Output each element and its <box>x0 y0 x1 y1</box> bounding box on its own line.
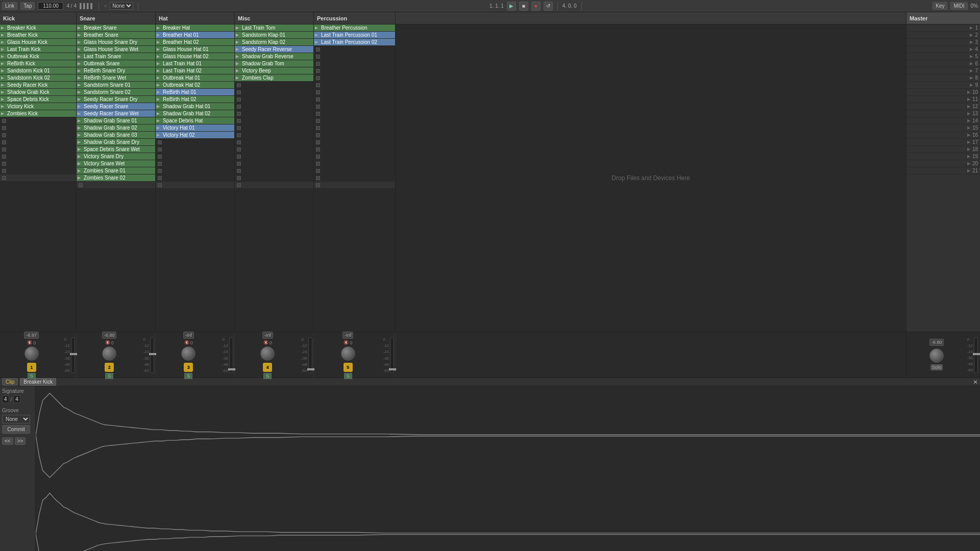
kick-fader[interactable] <box>71 337 75 373</box>
list-item[interactable]: ▶Last Train Kick <box>0 46 76 53</box>
list-item[interactable] <box>0 167 76 174</box>
drop-files-area[interactable]: Drop Files and Devices Here <box>396 24 906 332</box>
list-item[interactable]: ▶Sandstorm Snare 02 <box>77 89 155 96</box>
master-slot[interactable]: ▶13 <box>906 110 980 117</box>
list-item[interactable]: ▶Seedy Racer Snare <box>77 103 155 110</box>
misc-fader[interactable] <box>308 337 312 373</box>
list-item[interactable] <box>314 96 395 103</box>
list-item[interactable]: ▶ReBirth Hat 02 <box>156 96 234 103</box>
list-item[interactable] <box>156 139 234 146</box>
list-item[interactable] <box>235 182 313 189</box>
list-item[interactable]: ▶Breather Snare <box>77 32 155 39</box>
list-item[interactable]: ▶Sandstorm Kick 01 <box>0 67 76 74</box>
master-slot[interactable]: ▶16 <box>906 132 980 139</box>
list-item[interactable] <box>0 139 76 146</box>
list-item[interactable] <box>235 89 313 96</box>
list-item[interactable] <box>235 82 313 89</box>
list-item[interactable]: ▶ReBirth Snare Dry <box>77 67 155 74</box>
list-item[interactable] <box>314 132 395 139</box>
snare-pan-knob[interactable] <box>102 346 116 361</box>
list-item[interactable] <box>314 53 395 60</box>
hat-pan-knob[interactable] <box>181 346 195 361</box>
list-item[interactable] <box>156 160 234 167</box>
list-item[interactable] <box>156 182 234 189</box>
list-item[interactable]: ▶Zombies Clap <box>235 74 313 82</box>
master-slot[interactable]: ▶20 <box>906 160 980 167</box>
link-button[interactable]: Link <box>2 2 17 10</box>
list-item[interactable] <box>314 103 395 110</box>
list-item[interactable]: ▶Last Train Snare <box>77 53 155 60</box>
list-item[interactable]: ▶Outbreak Hat 02 <box>156 82 234 89</box>
list-item[interactable]: ▶Last Train Percussion 02 <box>314 39 395 46</box>
percussion-pan-knob[interactable] <box>341 346 355 361</box>
list-item[interactable]: ▶Victory Beep <box>235 67 313 74</box>
list-item[interactable]: ▶Shadow Grab Snare 02 <box>77 124 155 132</box>
sig-numerator[interactable]: 4 <box>2 395 9 403</box>
tap-button[interactable]: Tap <box>20 2 35 10</box>
list-item[interactable] <box>0 153 76 160</box>
hat-s-button[interactable]: S <box>184 373 192 379</box>
list-item[interactable] <box>0 174 76 182</box>
list-item[interactable] <box>156 146 234 153</box>
list-item[interactable]: ▶Sandstorm Klap 01 <box>235 32 313 39</box>
list-item[interactable] <box>314 60 395 67</box>
back-button[interactable]: << <box>2 437 13 445</box>
list-item[interactable] <box>235 124 313 132</box>
list-item[interactable] <box>314 182 395 189</box>
list-item[interactable]: ▶Zombies Snare 02 <box>77 174 155 182</box>
list-item[interactable] <box>235 110 313 117</box>
master-slot[interactable]: ▶4 <box>906 46 980 53</box>
snare-fader[interactable] <box>150 337 154 373</box>
list-item[interactable] <box>314 124 395 132</box>
list-item[interactable]: ▶Zombies Snare 01 <box>77 167 155 174</box>
list-item[interactable] <box>314 67 395 74</box>
list-item[interactable] <box>235 160 313 167</box>
list-item[interactable]: ▶Victory Snare Dry <box>77 153 155 160</box>
list-item[interactable]: ▶Outbreak Hat 01 <box>156 74 234 82</box>
master-slot[interactable]: ▶6 <box>906 60 980 67</box>
list-item[interactable] <box>314 139 395 146</box>
list-item[interactable]: ▶Glass House Hat 01 <box>156 46 234 53</box>
list-item[interactable]: ▶Outbreak Kick <box>0 53 76 60</box>
list-item[interactable]: ▶Shadow Grab Hat 02 <box>156 110 234 117</box>
waveform-display[interactable] <box>36 386 980 551</box>
list-item[interactable]: ▶Shadow Grab Hat 01 <box>156 103 234 110</box>
list-item[interactable] <box>314 160 395 167</box>
list-item[interactable] <box>235 146 313 153</box>
list-item[interactable]: ▶ReBirth Hat 01 <box>156 89 234 96</box>
list-item[interactable]: ▶Victory Kick <box>0 103 76 110</box>
list-item[interactable] <box>314 146 395 153</box>
master-slot[interactable]: ▶15 <box>906 124 980 132</box>
list-item[interactable]: ▶Breaker Hat <box>156 24 234 32</box>
list-item[interactable] <box>77 182 155 189</box>
master-slot[interactable]: ▶8 <box>906 74 980 82</box>
kick-pan-knob[interactable] <box>24 346 39 361</box>
master-slot[interactable]: ▶10 <box>906 89 980 96</box>
list-item[interactable] <box>0 132 76 139</box>
list-item[interactable]: ▶Glass House Hat 02 <box>156 53 234 60</box>
sig-denominator[interactable]: 4 <box>13 395 20 403</box>
percussion-s-button[interactable]: S <box>344 373 352 379</box>
list-item[interactable]: ▶Victory Hat 01 <box>156 124 234 132</box>
master-slot[interactable]: ▶19 <box>906 153 980 160</box>
snare-s-button[interactable]: S <box>105 373 113 379</box>
master-slot[interactable]: ▶14 <box>906 117 980 124</box>
list-item[interactable]: ▶Breaker Kick <box>0 24 76 32</box>
list-item[interactable] <box>314 110 395 117</box>
list-item[interactable]: ▶Glass House Snare Dry <box>77 39 155 46</box>
list-item[interactable]: ▶Glass House Kick <box>0 39 76 46</box>
list-item[interactable] <box>0 124 76 132</box>
misc-pan-knob[interactable] <box>260 346 275 361</box>
master-slot[interactable]: ▶11 <box>906 96 980 103</box>
misc-s-button[interactable]: S <box>263 373 272 379</box>
clip-tab-label[interactable]: Clip <box>2 378 18 386</box>
list-item[interactable]: ▶Zombies Kick <box>0 110 76 117</box>
list-item[interactable]: ▶Glass House Snare Wet <box>77 46 155 53</box>
list-item[interactable] <box>235 132 313 139</box>
list-item[interactable] <box>235 139 313 146</box>
kick-s-button[interactable]: S <box>28 373 36 379</box>
master-fader[interactable] <box>974 337 978 373</box>
list-item[interactable]: ▶Breather Hat 02 <box>156 39 234 46</box>
list-item[interactable]: ▶Last Train Hat 02 <box>156 67 234 74</box>
list-item[interactable]: ▶Victory Snare Wet <box>77 160 155 167</box>
